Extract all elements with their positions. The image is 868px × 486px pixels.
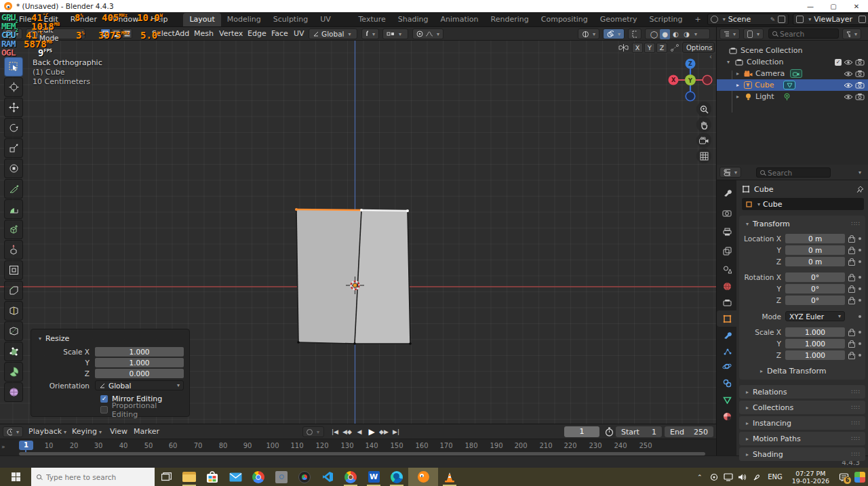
tool-poly-build[interactable] — [4, 342, 23, 361]
vertex-select-button[interactable] — [100, 28, 111, 39]
camera-data-icon[interactable] — [790, 69, 802, 78]
blender-taskbar-icon[interactable] — [408, 468, 438, 486]
face-select-button[interactable] — [122, 28, 132, 39]
word-icon[interactable]: W — [362, 468, 385, 486]
tab-modeling[interactable]: Modeling — [221, 13, 267, 26]
lock-icon[interactable] — [848, 352, 854, 359]
mirror-y-button[interactable]: Y — [644, 43, 655, 53]
expand-icon[interactable]: ▸ — [734, 82, 741, 88]
lock-icon[interactable] — [848, 258, 854, 266]
location-x-field[interactable]: 0 m — [785, 234, 845, 243]
disable-render-icon[interactable] — [855, 81, 865, 89]
snap-toggle[interactable]: ▾ — [361, 28, 379, 39]
scale-z-field[interactable]: 0.000 — [95, 369, 184, 378]
overlays-dropdown[interactable]: ▾ — [603, 28, 625, 39]
tab-particles-icon[interactable] — [717, 343, 737, 359]
tab-compositing[interactable]: Compositing — [535, 13, 594, 26]
taskbar-search-input[interactable] — [46, 473, 149, 481]
material-preview-button[interactable]: ◐ — [671, 29, 681, 39]
section-delta-transform[interactable]: ▸ Delta Transform — [739, 365, 865, 376]
tab-tool-icon[interactable] — [717, 184, 737, 201]
pen-icon[interactable] — [751, 468, 762, 486]
hide-viewport-icon[interactable] — [844, 82, 853, 89]
menu-edit[interactable]: Edit — [37, 14, 64, 26]
scale-x-field[interactable]: 1.000 — [785, 327, 845, 337]
object-name-field[interactable]: ▾ Cube — [742, 198, 864, 210]
tab-scripting[interactable]: Scripting — [644, 13, 689, 26]
rendered-shading-button[interactable]: ◑ — [682, 29, 692, 39]
tool-inset-faces[interactable] — [4, 260, 23, 280]
gizmo-z-neg-axis[interactable] — [686, 92, 695, 101]
selected-edge[interactable] — [296, 209, 361, 210]
hide-viewport-icon[interactable] — [844, 70, 853, 77]
animate-dot-icon[interactable] — [859, 315, 861, 318]
properties-search[interactable] — [756, 167, 831, 178]
tab-collection-icon[interactable] — [717, 294, 737, 310]
resize-panel-header[interactable]: ▾ Resize — [37, 333, 184, 344]
mode-dropdown[interactable]: Edit Mode▾ — [26, 28, 85, 39]
animate-dot-icon[interactable] — [859, 342, 861, 345]
disable-render-icon[interactable] — [855, 93, 865, 100]
mirror-x-button[interactable]: X — [632, 43, 643, 53]
menu-window[interactable]: Window — [103, 14, 144, 26]
hidden-icons-chevron[interactable]: ⌃ — [694, 468, 705, 486]
menu-face[interactable]: Face — [271, 27, 288, 41]
maximize-button[interactable]: ▢ — [822, 0, 845, 12]
properties-options-icon[interactable]: ▾ — [859, 169, 861, 176]
animate-dot-icon[interactable] — [859, 299, 861, 302]
rotation-y-field[interactable]: 0° — [785, 284, 845, 293]
weather-widget-icon[interactable] — [854, 468, 865, 486]
notifications-icon[interactable]: 6 — [836, 468, 851, 486]
xray-toggle[interactable] — [628, 28, 642, 39]
animate-dot-icon[interactable] — [859, 237, 861, 240]
solid-shading-button[interactable]: ● — [660, 29, 670, 39]
menu-view[interactable]: View — [110, 424, 127, 439]
tab-scene-icon[interactable] — [717, 262, 737, 278]
jump-to-end-button[interactable]: ▶| — [391, 426, 401, 437]
section-relations[interactable]: ▸Relations∷∷ — [739, 385, 865, 399]
animate-dot-icon[interactable] — [859, 276, 861, 279]
language-indicator[interactable]: ENG — [765, 473, 785, 481]
lock-icon[interactable] — [848, 329, 854, 336]
file-explorer-icon[interactable] — [178, 468, 201, 486]
menu-vertex[interactable]: Vertex — [219, 27, 243, 41]
tool-bevel[interactable] — [4, 281, 23, 300]
chrome-profile-icon[interactable] — [339, 468, 362, 486]
panel-grip-icon[interactable]: ∷∷ — [852, 220, 861, 227]
menu-marker[interactable]: Marker — [134, 424, 159, 439]
animate-dot-icon[interactable] — [859, 354, 861, 357]
disable-render-icon[interactable] — [855, 70, 865, 77]
scale-z-field[interactable]: 1.000 — [785, 350, 845, 360]
animate-dot-icon[interactable] — [859, 331, 861, 333]
tab-material-icon[interactable] — [717, 408, 737, 424]
tab-uv-editing[interactable]: UV Editing — [314, 13, 352, 26]
expand-icon[interactable]: ▾ — [725, 59, 732, 65]
media-app-icon[interactable] — [293, 468, 316, 486]
lock-icon[interactable] — [848, 247, 854, 254]
orientation-dropdown[interactable]: Global▾ — [95, 380, 184, 390]
auto-keying-toggle[interactable]: ▾ — [302, 426, 324, 437]
menu-playback[interactable]: Playback▾ — [28, 424, 66, 439]
menu-select[interactable]: Select — [152, 27, 175, 41]
tool-add-cube[interactable] — [4, 220, 23, 239]
tab-texture-paint[interactable]: Texture Paint — [353, 13, 392, 26]
outliner-search-input[interactable] — [780, 30, 835, 38]
lock-icon[interactable] — [848, 285, 854, 293]
lock-icon[interactable] — [848, 235, 854, 243]
snap-symmetry-icon[interactable] — [670, 43, 679, 54]
tab-shading[interactable]: Shading — [392, 13, 435, 26]
search-app-icon[interactable] — [270, 468, 293, 486]
mirror-icon[interactable] — [618, 43, 629, 54]
mirror-z-button[interactable]: Z — [656, 43, 667, 53]
active-edge[interactable] — [361, 210, 408, 211]
microsoft-store-icon[interactable] — [201, 468, 224, 486]
section-collections[interactable]: ▸Collections∷∷ — [739, 401, 865, 414]
rotation-z-field[interactable]: 0° — [785, 296, 845, 305]
gizmos-dropdown[interactable]: ▾ — [578, 28, 599, 39]
tab-world-icon[interactable] — [717, 278, 737, 294]
playhead-badge[interactable]: 1 — [19, 441, 33, 450]
clock[interactable]: 07:27 PM 19-01-2026 — [788, 470, 833, 485]
outliner-filter-button[interactable]: ▾ — [842, 28, 861, 39]
camera-view-button[interactable] — [696, 133, 711, 148]
jump-to-start-button[interactable]: |◀ — [330, 426, 340, 437]
